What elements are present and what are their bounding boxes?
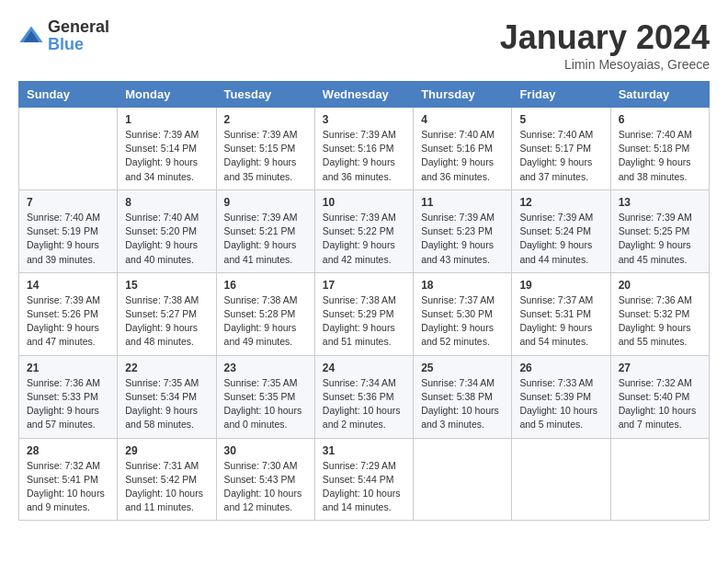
calendar-table: SundayMondayTuesdayWednesdayThursdayFrid… xyxy=(18,81,710,521)
day-number: 12 xyxy=(519,196,602,209)
day-info: Sunrise: 7:37 AM Sunset: 5:31 PM Dayligh… xyxy=(519,293,602,350)
day-info: Sunrise: 7:33 AM Sunset: 5:39 PM Dayligh… xyxy=(519,376,602,432)
day-number: 18 xyxy=(421,279,504,292)
calendar-cell: 24Sunrise: 7:34 AM Sunset: 5:36 PM Dayli… xyxy=(314,355,413,438)
day-info: Sunrise: 7:39 AM Sunset: 5:25 PM Dayligh… xyxy=(619,211,701,267)
calendar-cell: 5Sunrise: 7:40 AM Sunset: 5:17 PM Daylig… xyxy=(512,108,610,190)
day-number: 22 xyxy=(125,362,208,374)
day-number: 30 xyxy=(224,444,307,457)
logo-general: General xyxy=(48,17,109,36)
day-info: Sunrise: 7:35 AM Sunset: 5:35 PM Dayligh… xyxy=(224,376,307,432)
calendar-cell: 12Sunrise: 7:39 AM Sunset: 5:24 PM Dayli… xyxy=(512,190,610,272)
day-info: Sunrise: 7:36 AM Sunset: 5:32 PM Dayligh… xyxy=(619,293,701,350)
day-number: 11 xyxy=(421,196,504,209)
logo-icon xyxy=(18,23,44,49)
day-number: 31 xyxy=(323,444,405,457)
day-info: Sunrise: 7:36 AM Sunset: 5:33 PM Dayligh… xyxy=(27,376,109,432)
day-number: 1 xyxy=(125,113,208,126)
day-info: Sunrise: 7:40 AM Sunset: 5:16 PM Dayligh… xyxy=(421,128,504,184)
day-info: Sunrise: 7:39 AM Sunset: 5:26 PM Dayligh… xyxy=(27,293,109,350)
weekday-header: Wednesday xyxy=(314,82,413,108)
day-number: 17 xyxy=(323,279,405,292)
calendar-cell: 15Sunrise: 7:38 AM Sunset: 5:27 PM Dayli… xyxy=(118,272,216,355)
day-number: 5 xyxy=(519,113,602,126)
month-title: January 2024 xyxy=(500,18,710,57)
calendar-cell: 30Sunrise: 7:30 AM Sunset: 5:43 PM Dayli… xyxy=(216,438,314,521)
page-header: General Blue January 2024 Limin Mesoyaia… xyxy=(18,18,710,72)
weekday-header: Tuesday xyxy=(216,82,314,108)
calendar-cell: 23Sunrise: 7:35 AM Sunset: 5:35 PM Dayli… xyxy=(216,355,314,438)
day-number: 4 xyxy=(421,113,504,126)
day-number: 24 xyxy=(323,362,405,374)
calendar-cell: 19Sunrise: 7:37 AM Sunset: 5:31 PM Dayli… xyxy=(512,272,610,355)
day-info: Sunrise: 7:37 AM Sunset: 5:30 PM Dayligh… xyxy=(421,293,504,350)
calendar-cell: 27Sunrise: 7:32 AM Sunset: 5:40 PM Dayli… xyxy=(610,355,709,438)
day-info: Sunrise: 7:40 AM Sunset: 5:17 PM Dayligh… xyxy=(519,128,602,184)
day-number: 26 xyxy=(519,362,602,374)
day-info: Sunrise: 7:30 AM Sunset: 5:43 PM Dayligh… xyxy=(224,459,307,515)
calendar-cell: 11Sunrise: 7:39 AM Sunset: 5:23 PM Dayli… xyxy=(414,190,512,272)
day-number: 27 xyxy=(619,362,701,374)
calendar-cell: 8Sunrise: 7:40 AM Sunset: 5:20 PM Daylig… xyxy=(118,190,216,272)
logo-blue: Blue xyxy=(48,35,84,53)
calendar-cell: 4Sunrise: 7:40 AM Sunset: 5:16 PM Daylig… xyxy=(414,108,512,190)
day-number: 9 xyxy=(224,196,307,209)
calendar-cell xyxy=(414,438,512,521)
weekday-header: Monday xyxy=(118,82,216,108)
calendar-cell xyxy=(19,108,118,190)
day-number: 14 xyxy=(27,279,109,292)
calendar-cell: 26Sunrise: 7:33 AM Sunset: 5:39 PM Dayli… xyxy=(512,355,610,438)
day-info: Sunrise: 7:29 AM Sunset: 5:44 PM Dayligh… xyxy=(323,459,405,515)
calendar-cell: 22Sunrise: 7:35 AM Sunset: 5:34 PM Dayli… xyxy=(118,355,216,438)
day-info: Sunrise: 7:39 AM Sunset: 5:22 PM Dayligh… xyxy=(323,211,405,267)
calendar-cell: 17Sunrise: 7:38 AM Sunset: 5:29 PM Dayli… xyxy=(314,272,413,355)
calendar-cell: 14Sunrise: 7:39 AM Sunset: 5:26 PM Dayli… xyxy=(19,272,118,355)
day-info: Sunrise: 7:38 AM Sunset: 5:29 PM Dayligh… xyxy=(323,293,405,350)
day-number: 3 xyxy=(323,113,405,126)
day-info: Sunrise: 7:34 AM Sunset: 5:38 PM Dayligh… xyxy=(421,376,504,432)
calendar-cell: 29Sunrise: 7:31 AM Sunset: 5:42 PM Dayli… xyxy=(118,438,216,521)
weekday-header: Saturday xyxy=(610,82,709,108)
day-number: 23 xyxy=(224,362,307,374)
day-info: Sunrise: 7:39 AM Sunset: 5:23 PM Dayligh… xyxy=(421,211,504,267)
calendar-cell xyxy=(610,438,709,521)
calendar-cell: 20Sunrise: 7:36 AM Sunset: 5:32 PM Dayli… xyxy=(610,272,709,355)
day-info: Sunrise: 7:39 AM Sunset: 5:24 PM Dayligh… xyxy=(519,211,602,267)
calendar-cell: 18Sunrise: 7:37 AM Sunset: 5:30 PM Dayli… xyxy=(414,272,512,355)
day-info: Sunrise: 7:38 AM Sunset: 5:27 PM Dayligh… xyxy=(125,293,208,350)
day-info: Sunrise: 7:39 AM Sunset: 5:15 PM Dayligh… xyxy=(224,128,307,184)
day-number: 10 xyxy=(323,196,405,209)
day-number: 2 xyxy=(224,113,307,126)
day-number: 20 xyxy=(619,279,701,292)
day-info: Sunrise: 7:40 AM Sunset: 5:18 PM Dayligh… xyxy=(619,128,701,184)
day-number: 16 xyxy=(224,279,307,292)
calendar-cell: 7Sunrise: 7:40 AM Sunset: 5:19 PM Daylig… xyxy=(19,190,118,272)
day-number: 21 xyxy=(27,362,109,374)
day-info: Sunrise: 7:32 AM Sunset: 5:41 PM Dayligh… xyxy=(27,459,109,515)
logo: General Blue xyxy=(18,18,109,53)
day-number: 25 xyxy=(421,362,504,374)
day-number: 15 xyxy=(125,279,208,292)
day-info: Sunrise: 7:39 AM Sunset: 5:21 PM Dayligh… xyxy=(224,211,307,267)
calendar-cell: 6Sunrise: 7:40 AM Sunset: 5:18 PM Daylig… xyxy=(610,108,709,190)
day-info: Sunrise: 7:40 AM Sunset: 5:20 PM Dayligh… xyxy=(125,211,208,267)
day-info: Sunrise: 7:31 AM Sunset: 5:42 PM Dayligh… xyxy=(125,459,208,515)
calendar-cell: 9Sunrise: 7:39 AM Sunset: 5:21 PM Daylig… xyxy=(216,190,314,272)
day-number: 28 xyxy=(27,444,109,457)
day-number: 6 xyxy=(619,113,701,126)
calendar-cell: 2Sunrise: 7:39 AM Sunset: 5:15 PM Daylig… xyxy=(216,108,314,190)
day-number: 8 xyxy=(125,196,208,209)
calendar-cell: 13Sunrise: 7:39 AM Sunset: 5:25 PM Dayli… xyxy=(610,190,709,272)
weekday-header: Friday xyxy=(512,82,610,108)
title-block: January 2024 Limin Mesoyaias, Greece xyxy=(500,18,710,72)
location: Limin Mesoyaias, Greece xyxy=(500,57,710,72)
calendar-cell: 16Sunrise: 7:38 AM Sunset: 5:28 PM Dayli… xyxy=(216,272,314,355)
calendar-cell: 1Sunrise: 7:39 AM Sunset: 5:14 PM Daylig… xyxy=(118,108,216,190)
day-number: 19 xyxy=(519,279,602,292)
day-info: Sunrise: 7:39 AM Sunset: 5:14 PM Dayligh… xyxy=(125,128,208,184)
day-info: Sunrise: 7:35 AM Sunset: 5:34 PM Dayligh… xyxy=(125,376,208,432)
calendar-cell: 21Sunrise: 7:36 AM Sunset: 5:33 PM Dayli… xyxy=(19,355,118,438)
calendar-cell xyxy=(512,438,610,521)
day-info: Sunrise: 7:40 AM Sunset: 5:19 PM Dayligh… xyxy=(27,211,109,267)
weekday-header: Sunday xyxy=(19,82,118,108)
